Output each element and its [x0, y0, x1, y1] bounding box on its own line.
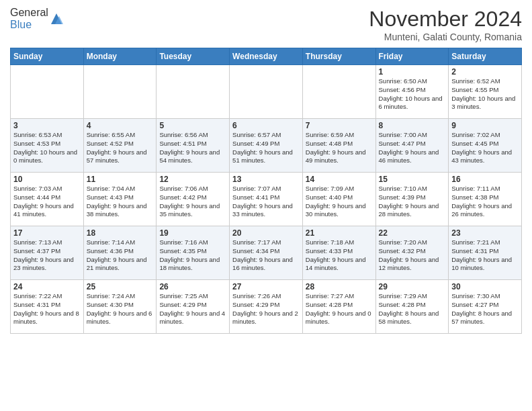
day-number: 3 — [13, 121, 81, 130]
day-cell — [11, 65, 84, 119]
day-number: 23 — [451, 228, 519, 238]
day-info: Sunrise: 6:52 AM Sunset: 4:55 PM Dayligh… — [451, 77, 519, 111]
day-info: Sunrise: 7:10 AM Sunset: 4:39 PM Dayligh… — [379, 185, 446, 219]
day-number: 8 — [379, 121, 446, 130]
day-info: Sunrise: 7:30 AM Sunset: 4:27 PM Dayligh… — [451, 292, 519, 326]
day-cell: 18Sunrise: 7:14 AM Sunset: 4:36 PM Dayli… — [83, 226, 157, 280]
day-info: Sunrise: 7:26 AM Sunset: 4:29 PM Dayligh… — [232, 292, 300, 326]
day-cell: 13Sunrise: 7:07 AM Sunset: 4:41 PM Dayli… — [230, 173, 303, 226]
week-row-2: 3Sunrise: 6:53 AM Sunset: 4:53 PM Daylig… — [11, 119, 522, 173]
day-number: 19 — [159, 228, 226, 238]
weekday-thursday: Thursday — [302, 48, 375, 65]
day-cell: 1Sunrise: 6:50 AM Sunset: 4:56 PM Daylig… — [375, 65, 449, 119]
day-cell: 20Sunrise: 7:17 AM Sunset: 4:34 PM Dayli… — [230, 226, 303, 280]
weekday-header-row: SundayMondayTuesdayWednesdayThursdayFrid… — [11, 48, 522, 65]
week-row-5: 24Sunrise: 7:22 AM Sunset: 4:31 PM Dayli… — [11, 280, 522, 334]
location: Munteni, Galati County, Romania — [369, 32, 522, 42]
day-number: 5 — [159, 121, 226, 130]
day-cell: 26Sunrise: 7:25 AM Sunset: 4:29 PM Dayli… — [157, 280, 230, 334]
day-cell: 8Sunrise: 7:00 AM Sunset: 4:47 PM Daylig… — [375, 119, 449, 173]
calendar-table: SundayMondayTuesdayWednesdayThursdayFrid… — [10, 48, 522, 334]
day-info: Sunrise: 7:20 AM Sunset: 4:32 PM Dayligh… — [379, 238, 446, 273]
day-cell: 10Sunrise: 7:03 AM Sunset: 4:44 PM Dayli… — [11, 173, 84, 226]
day-cell: 15Sunrise: 7:10 AM Sunset: 4:39 PM Dayli… — [375, 173, 449, 226]
day-info: Sunrise: 7:16 AM Sunset: 4:35 PM Dayligh… — [159, 238, 226, 273]
day-cell: 3Sunrise: 6:53 AM Sunset: 4:53 PM Daylig… — [11, 119, 84, 173]
week-row-4: 17Sunrise: 7:13 AM Sunset: 4:37 PM Dayli… — [11, 226, 522, 280]
weekday-saturday: Saturday — [449, 48, 522, 65]
day-cell: 4Sunrise: 6:55 AM Sunset: 4:52 PM Daylig… — [83, 119, 157, 173]
day-cell: 22Sunrise: 7:20 AM Sunset: 4:32 PM Dayli… — [375, 226, 449, 280]
day-number: 18 — [87, 228, 154, 238]
day-cell: 5Sunrise: 6:56 AM Sunset: 4:51 PM Daylig… — [157, 119, 230, 173]
day-number: 10 — [13, 175, 81, 184]
day-cell: 16Sunrise: 7:11 AM Sunset: 4:38 PM Dayli… — [449, 173, 522, 226]
day-cell: 29Sunrise: 7:29 AM Sunset: 4:28 PM Dayli… — [375, 280, 449, 334]
day-number: 25 — [87, 282, 154, 291]
weekday-sunday: Sunday — [11, 48, 84, 65]
day-cell: 25Sunrise: 7:24 AM Sunset: 4:30 PM Dayli… — [83, 280, 157, 334]
day-number: 30 — [451, 282, 519, 291]
day-cell: 12Sunrise: 7:06 AM Sunset: 4:42 PM Dayli… — [157, 173, 230, 226]
week-row-1: 1Sunrise: 6:50 AM Sunset: 4:56 PM Daylig… — [11, 65, 522, 119]
day-info: Sunrise: 6:59 AM Sunset: 4:48 PM Dayligh… — [306, 131, 373, 165]
day-number: 16 — [451, 175, 519, 184]
logo-general-text: General — [10, 7, 48, 18]
day-number: 15 — [379, 175, 446, 184]
day-info: Sunrise: 7:09 AM Sunset: 4:40 PM Dayligh… — [306, 185, 373, 219]
day-info: Sunrise: 6:57 AM Sunset: 4:49 PM Dayligh… — [232, 131, 300, 165]
day-cell — [302, 65, 375, 119]
day-info: Sunrise: 6:56 AM Sunset: 4:51 PM Dayligh… — [159, 131, 226, 165]
day-cell: 14Sunrise: 7:09 AM Sunset: 4:40 PM Dayli… — [302, 173, 375, 226]
day-number: 20 — [232, 228, 300, 238]
day-info: Sunrise: 6:50 AM Sunset: 4:56 PM Dayligh… — [379, 77, 446, 111]
day-info: Sunrise: 7:21 AM Sunset: 4:31 PM Dayligh… — [451, 238, 519, 273]
day-number: 2 — [451, 67, 519, 77]
day-info: Sunrise: 7:13 AM Sunset: 4:37 PM Dayligh… — [13, 238, 81, 273]
day-number: 13 — [232, 175, 300, 184]
weekday-tuesday: Tuesday — [157, 48, 230, 65]
day-cell — [157, 65, 230, 119]
page-container: General Blue November 2024 Munteni, Gala… — [0, 0, 532, 340]
title-section: November 2024 Munteni, Galati County, Ro… — [369, 7, 522, 42]
day-info: Sunrise: 6:55 AM Sunset: 4:52 PM Dayligh… — [87, 131, 154, 165]
page-header: General Blue November 2024 Munteni, Gala… — [10, 7, 522, 42]
day-cell: 23Sunrise: 7:21 AM Sunset: 4:31 PM Dayli… — [449, 226, 522, 280]
day-info: Sunrise: 7:00 AM Sunset: 4:47 PM Dayligh… — [379, 131, 446, 165]
day-number: 12 — [159, 175, 226, 184]
day-cell: 30Sunrise: 7:30 AM Sunset: 4:27 PM Dayli… — [449, 280, 522, 334]
day-info: Sunrise: 7:25 AM Sunset: 4:29 PM Dayligh… — [159, 292, 226, 326]
day-info: Sunrise: 7:07 AM Sunset: 4:41 PM Dayligh… — [232, 185, 300, 219]
day-number: 7 — [306, 121, 373, 130]
day-number: 6 — [232, 121, 300, 130]
day-number: 24 — [13, 282, 81, 291]
week-row-3: 10Sunrise: 7:03 AM Sunset: 4:44 PM Dayli… — [11, 173, 522, 226]
day-info: Sunrise: 7:03 AM Sunset: 4:44 PM Dayligh… — [13, 185, 81, 219]
day-cell: 6Sunrise: 6:57 AM Sunset: 4:49 PM Daylig… — [230, 119, 303, 173]
day-info: Sunrise: 7:11 AM Sunset: 4:38 PM Dayligh… — [451, 185, 519, 219]
day-info: Sunrise: 7:27 AM Sunset: 4:28 PM Dayligh… — [306, 292, 373, 326]
logo-blue-text: Blue — [10, 19, 32, 30]
day-info: Sunrise: 7:24 AM Sunset: 4:30 PM Dayligh… — [87, 292, 154, 326]
day-number: 26 — [159, 282, 226, 291]
weekday-wednesday: Wednesday — [230, 48, 303, 65]
day-number: 11 — [87, 175, 154, 184]
day-cell: 7Sunrise: 6:59 AM Sunset: 4:48 PM Daylig… — [302, 119, 375, 173]
day-info: Sunrise: 7:17 AM Sunset: 4:34 PM Dayligh… — [232, 238, 300, 273]
day-info: Sunrise: 6:53 AM Sunset: 4:53 PM Dayligh… — [13, 131, 81, 165]
day-cell: 2Sunrise: 6:52 AM Sunset: 4:55 PM Daylig… — [449, 65, 522, 119]
day-number: 22 — [379, 228, 446, 238]
day-cell: 17Sunrise: 7:13 AM Sunset: 4:37 PM Dayli… — [11, 226, 84, 280]
day-number: 17 — [13, 228, 81, 238]
logo: General Blue — [10, 7, 63, 31]
day-info: Sunrise: 7:04 AM Sunset: 4:43 PM Dayligh… — [87, 185, 154, 219]
day-cell: 24Sunrise: 7:22 AM Sunset: 4:31 PM Dayli… — [11, 280, 84, 334]
day-cell: 27Sunrise: 7:26 AM Sunset: 4:29 PM Dayli… — [230, 280, 303, 334]
day-cell: 28Sunrise: 7:27 AM Sunset: 4:28 PM Dayli… — [302, 280, 375, 334]
day-number: 1 — [379, 67, 446, 77]
day-cell: 19Sunrise: 7:16 AM Sunset: 4:35 PM Dayli… — [157, 226, 230, 280]
day-number: 4 — [87, 121, 154, 130]
day-number: 21 — [306, 228, 373, 238]
day-info: Sunrise: 7:14 AM Sunset: 4:36 PM Dayligh… — [87, 238, 154, 273]
day-info: Sunrise: 7:06 AM Sunset: 4:42 PM Dayligh… — [159, 185, 226, 219]
